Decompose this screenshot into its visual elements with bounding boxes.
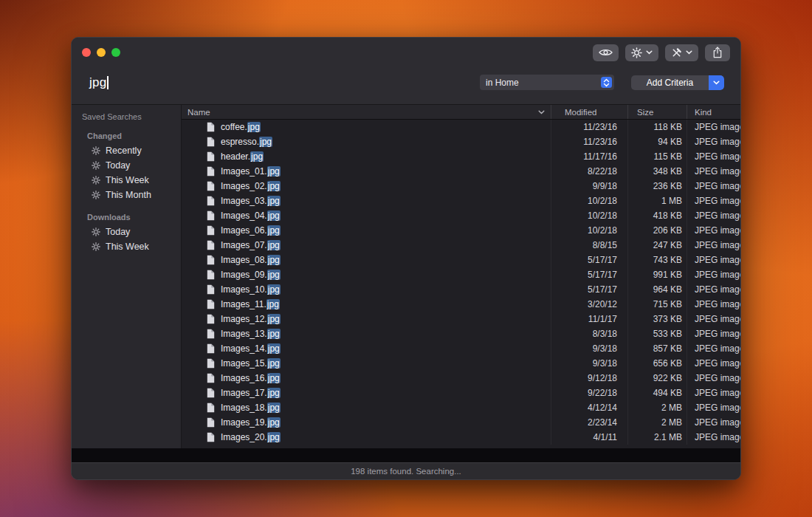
file-name-cell: Images_20.jpg xyxy=(182,430,551,445)
smart-search-window: jpg in Home Add Criteria xyxy=(71,37,741,480)
horizontal-scrollbar[interactable] xyxy=(72,448,740,462)
file-modified-cell: 9/12/18 xyxy=(551,371,628,386)
table-row[interactable]: Images_15.jpg9/3/18656 KBJPEG image xyxy=(182,356,740,371)
file-name-base: Images_13. xyxy=(221,329,267,339)
document-icon xyxy=(207,358,215,369)
file-size-cell: 247 KB xyxy=(628,238,687,253)
table-row[interactable]: Images_13.jpg8/3/18533 KBJPEG image xyxy=(182,326,740,341)
sidebar-item-recently[interactable]: Recently xyxy=(72,143,181,158)
table-row[interactable]: header.jpg11/17/16115 KBJPEG image xyxy=(182,149,740,164)
share-button[interactable] xyxy=(705,44,730,61)
file-size-cell: 857 KB xyxy=(628,341,687,356)
column-header-kind[interactable]: Kind xyxy=(687,105,740,119)
add-criteria-label: Add Criteria xyxy=(631,78,709,88)
search-match-highlight: jpg xyxy=(267,329,281,339)
quick-look-button[interactable] xyxy=(593,44,619,61)
add-criteria-button[interactable]: Add Criteria xyxy=(631,75,724,90)
file-table: Name Modified Size Kind coffe xyxy=(182,105,740,448)
table-row[interactable]: coffee.jpg11/23/16118 KBJPEG image xyxy=(182,120,740,134)
table-row[interactable]: Images_18.jpg4/12/142 MBJPEG image xyxy=(182,400,740,415)
document-icon xyxy=(207,137,215,147)
column-header-name[interactable]: Name xyxy=(182,105,551,119)
table-row[interactable]: Images_14.jpg9/3/18857 KBJPEG image xyxy=(182,341,740,356)
table-row[interactable]: Images_03.jpg10/2/181 MBJPEG image xyxy=(182,194,740,208)
search-match-highlight: jpg xyxy=(267,225,281,236)
table-row[interactable]: espresso.jpg11/23/1694 KBJPEG image xyxy=(182,134,740,149)
search-match-highlight: jpg xyxy=(259,137,272,147)
table-row[interactable]: Images_08.jpg5/17/17743 KBJPEG image xyxy=(182,253,740,267)
file-size-cell: 373 KB xyxy=(628,312,687,326)
file-name-base: espresso. xyxy=(221,137,259,147)
sidebar-item-this-week[interactable]: This Week xyxy=(72,173,181,188)
file-kind-cell: JPEG image xyxy=(687,208,740,223)
file-kind-cell: JPEG image xyxy=(687,238,740,253)
file-modified-cell: 9/22/18 xyxy=(551,386,628,400)
document-icon xyxy=(207,284,215,295)
column-header-size[interactable]: Size xyxy=(628,105,687,119)
file-kind-cell: JPEG image xyxy=(687,356,740,371)
sidebar-item-this-month[interactable]: This Month xyxy=(72,188,181,202)
table-row[interactable]: Images_10.jpg5/17/17964 KBJPEG image xyxy=(182,282,740,297)
document-icon xyxy=(207,240,215,250)
search-match-highlight: jpg xyxy=(267,432,281,442)
table-row[interactable]: Images_19.jpg2/23/142 MBJPEG image xyxy=(182,415,740,430)
file-name-base: Images_04. xyxy=(221,210,267,221)
document-icon xyxy=(207,314,215,324)
file-kind-cell: JPEG image xyxy=(687,179,740,194)
file-name-cell: Images_01.jpg xyxy=(182,164,551,179)
file-name-cell: Images_13.jpg xyxy=(182,326,551,341)
table-row[interactable]: Images_01.jpg8/22/18348 KBJPEG image xyxy=(182,164,740,179)
file-name-cell: espresso.jpg xyxy=(182,134,551,149)
file-name-cell: Images_10.jpg xyxy=(182,282,551,297)
gear-icon xyxy=(92,146,100,155)
document-icon xyxy=(207,403,215,413)
sidebar-item-today[interactable]: Today xyxy=(72,225,181,239)
file-size-cell: 991 KB xyxy=(628,267,687,282)
table-row[interactable]: Images_20.jpg4/1/112.1 MBJPEG image xyxy=(182,430,740,445)
file-name-cell: Images_03.jpg xyxy=(182,194,551,208)
file-size-cell: 348 KB xyxy=(628,164,687,179)
file-name-base: Images_19. xyxy=(221,417,267,428)
document-icon xyxy=(207,225,215,236)
column-header-modified[interactable]: Modified xyxy=(551,105,628,119)
file-name-cell: Images_18.jpg xyxy=(182,400,551,415)
tools-menu-button[interactable] xyxy=(665,44,698,61)
sidebar-item-today[interactable]: Today xyxy=(72,158,181,173)
file-kind-cell: JPEG image xyxy=(687,297,740,312)
action-menu-button[interactable] xyxy=(625,44,658,61)
gear-icon xyxy=(92,227,100,236)
table-row[interactable]: Images_12.jpg11/1/17373 KBJPEG image xyxy=(182,312,740,326)
file-kind-cell: JPEG image xyxy=(687,415,740,430)
search-scope-dropdown[interactable]: in Home xyxy=(480,75,614,90)
file-size-cell: 715 KB xyxy=(628,297,687,312)
titlebar[interactable] xyxy=(72,38,740,67)
sidebar-item-this-week[interactable]: This Week xyxy=(72,239,181,254)
table-row[interactable]: Images_09.jpg5/17/17991 KBJPEG image xyxy=(182,267,740,282)
file-size-cell: 236 KB xyxy=(628,179,687,194)
file-kind-cell: JPEG image xyxy=(687,267,740,282)
sidebar-item-label: This Week xyxy=(106,175,149,185)
file-size-cell: 533 KB xyxy=(628,326,687,341)
table-row[interactable]: Images_04.jpg10/2/18418 KBJPEG image xyxy=(182,208,740,223)
window-chrome: jpg in Home Add Criteria xyxy=(72,38,740,105)
table-row[interactable]: Images_17.jpg9/22/18494 KBJPEG image xyxy=(182,386,740,400)
file-name-base: header. xyxy=(221,151,250,162)
table-row[interactable]: Images_11.jpg3/20/12715 KBJPEG image xyxy=(182,297,740,312)
traffic-lights xyxy=(82,48,120,57)
file-kind-cell: JPEG image xyxy=(687,134,740,149)
table-row[interactable]: Images_02.jpg9/9/18236 KBJPEG image xyxy=(182,179,740,194)
minimize-button[interactable] xyxy=(97,48,106,57)
search-match-highlight: jpg xyxy=(267,181,281,191)
search-input[interactable]: jpg xyxy=(89,75,109,90)
table-row[interactable]: Images_06.jpg10/2/18206 KBJPEG image xyxy=(182,223,740,238)
file-name-base: Images_18. xyxy=(221,403,267,413)
table-row[interactable]: Images_16.jpg9/12/18922 KBJPEG image xyxy=(182,371,740,386)
file-kind-cell: JPEG image xyxy=(687,164,740,179)
file-modified-cell: 4/12/14 xyxy=(551,400,628,415)
sidebar: Saved Searches ChangedRecentlyTodayThis … xyxy=(72,105,182,448)
close-button[interactable] xyxy=(82,48,91,57)
sidebar-sections: ChangedRecentlyTodayThis WeekThis MonthD… xyxy=(72,131,181,254)
zoom-button[interactable] xyxy=(111,48,120,57)
table-row[interactable]: Images_07.jpg8/8/15247 KBJPEG image xyxy=(182,238,740,253)
file-name-cell: Images_11.jpg xyxy=(182,297,551,312)
